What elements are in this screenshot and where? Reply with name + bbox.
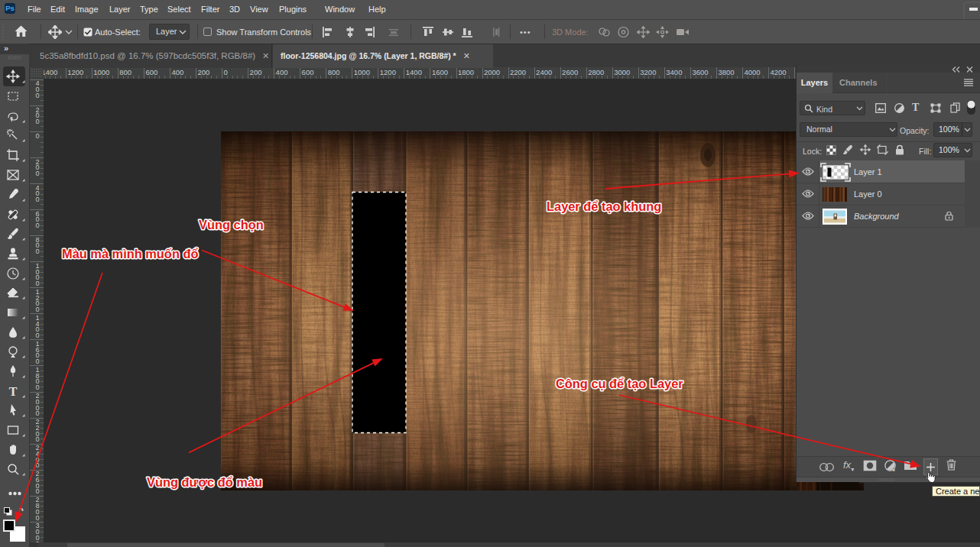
svg-text:▾: ▾ [893,468,896,472]
svg-text:T: T [9,385,18,398]
